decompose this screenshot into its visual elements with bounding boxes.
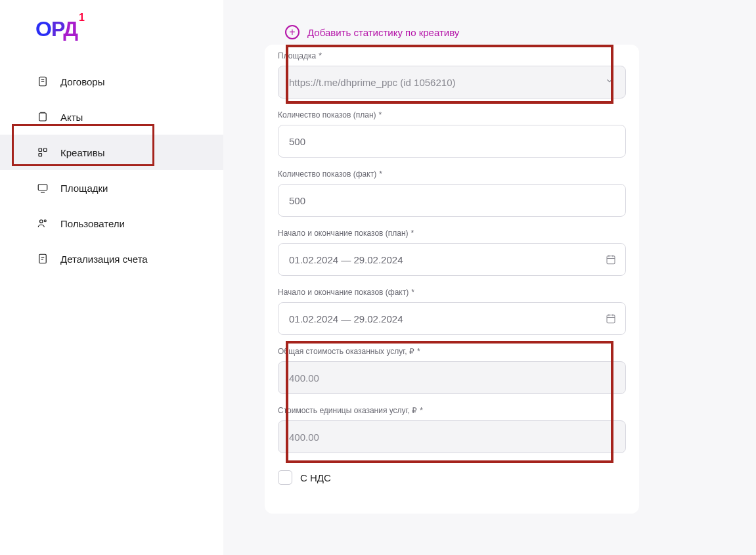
dates-fact-input[interactable] bbox=[278, 302, 626, 335]
vat-label: С НДС bbox=[300, 472, 331, 483]
svg-point-9 bbox=[40, 220, 43, 223]
form-card: Площадка* Количество показов (план)* Кол… bbox=[265, 45, 639, 514]
calendar-icon bbox=[605, 254, 617, 265]
platform-select[interactable] bbox=[278, 66, 626, 99]
nav: Договоры Акты Креативы Площадки Пользова… bbox=[0, 64, 223, 277]
svg-rect-11 bbox=[39, 254, 47, 263]
sidebar-item-acts[interactable]: Акты bbox=[0, 99, 223, 135]
logo-sup: 1 bbox=[79, 12, 84, 23]
form: Площадка* Количество показов (план)* Кол… bbox=[265, 51, 639, 485]
document-icon bbox=[37, 76, 49, 87]
platform-select-wrap bbox=[278, 66, 626, 99]
monitor-icon bbox=[37, 182, 49, 194]
logo-letter-r: Р bbox=[51, 17, 63, 41]
main-area: Площадка* Количество показов (план)* Кол… bbox=[223, 0, 756, 555]
total-cost-input[interactable] bbox=[278, 361, 626, 394]
nav-label: Площадки bbox=[60, 183, 108, 194]
dates-fact-label: Начало и окончание показов (факт)* bbox=[278, 288, 626, 297]
nav-label: Акты bbox=[60, 112, 83, 123]
users-icon bbox=[37, 217, 49, 229]
logo-letter-d: Д bbox=[63, 17, 78, 41]
dates-plan-input[interactable] bbox=[278, 243, 626, 276]
sidebar-item-users[interactable]: Пользователи bbox=[0, 206, 223, 241]
svg-rect-3 bbox=[39, 113, 47, 121]
sidebar-item-creatives[interactable]: Креативы bbox=[0, 135, 223, 170]
impressions-plan-input[interactable] bbox=[278, 125, 626, 158]
impressions-plan-label: Количество показов (план)* bbox=[278, 110, 626, 120]
svg-point-10 bbox=[44, 220, 46, 222]
nav-label: Пользователи bbox=[60, 218, 125, 229]
invoice-icon bbox=[37, 253, 49, 265]
sidebar-item-billing[interactable]: Детализация счета bbox=[0, 241, 223, 277]
sidebar: ОРД1 Договоры Акты Креативы Площадки Пол… bbox=[0, 0, 223, 555]
unit-cost-input[interactable] bbox=[278, 420, 626, 453]
nav-label: Креативы bbox=[60, 147, 104, 158]
nav-label: Договоры bbox=[60, 76, 104, 87]
nav-label: Детализация счета bbox=[60, 254, 148, 265]
svg-rect-4 bbox=[39, 148, 42, 152]
impressions-fact-input[interactable] bbox=[278, 184, 626, 217]
sidebar-item-contracts[interactable]: Договоры bbox=[0, 64, 223, 99]
svg-rect-18 bbox=[607, 315, 615, 323]
total-cost-label: Общая стоимость оказанных услуг, ₽* bbox=[278, 347, 626, 356]
dates-plan-label: Начало и окончание показов (план)* bbox=[278, 229, 626, 238]
svg-rect-6 bbox=[39, 154, 42, 157]
receipt-icon bbox=[37, 111, 49, 123]
impressions-fact-label: Количество показов (факт)* bbox=[278, 169, 626, 179]
vat-checkbox-row[interactable]: С НДС bbox=[278, 470, 626, 485]
logo[interactable]: ОРД1 bbox=[35, 17, 223, 41]
grid-icon bbox=[37, 146, 49, 158]
logo-letter-o: О bbox=[35, 17, 51, 41]
svg-rect-7 bbox=[38, 185, 47, 190]
svg-rect-5 bbox=[44, 148, 47, 152]
platform-label: Площадка* bbox=[278, 51, 626, 60]
unit-cost-label: Стоимость единицы оказания услуг, ₽* bbox=[278, 406, 626, 415]
vat-checkbox[interactable] bbox=[278, 470, 292, 485]
calendar-icon bbox=[605, 313, 617, 324]
sidebar-item-platforms[interactable]: Площадки bbox=[0, 170, 223, 206]
svg-rect-14 bbox=[607, 256, 615, 264]
